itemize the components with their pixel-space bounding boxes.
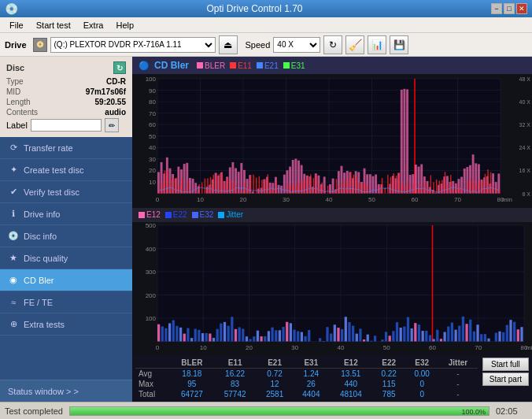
disc-label-row: Label ✏ <box>6 118 126 132</box>
nav-drive-info[interactable]: ℹ Drive info <box>0 203 132 225</box>
menu-extra[interactable]: Extra <box>77 19 110 32</box>
clear-button[interactable]: 🧹 <box>345 35 364 54</box>
svg-rect-231 <box>336 179 337 193</box>
export-button[interactable]: 📊 <box>368 35 386 54</box>
menu-file[interactable]: File <box>3 19 30 32</box>
svg-text:30: 30 <box>283 196 290 203</box>
svg-text:min: min <box>502 196 512 203</box>
svg-rect-399 <box>440 339 442 341</box>
svg-rect-354 <box>275 330 277 341</box>
nav-disc-info[interactable]: 💿 Disc info <box>0 225 132 247</box>
svg-rect-388 <box>400 328 402 341</box>
svg-rect-239 <box>359 183 360 193</box>
minimize-button[interactable]: − <box>491 3 502 14</box>
right-content: 🔵 CD Bler BLER E11 E21 E31 1009080706050… <box>132 57 532 402</box>
stats-max-jitter: - <box>438 379 478 389</box>
svg-rect-384 <box>385 332 387 341</box>
nav-drive-info-label: Drive info <box>24 210 60 219</box>
nav-create-test-disc[interactable]: ✦ Create test disc <box>0 159 132 181</box>
svg-rect-415 <box>498 331 501 341</box>
svg-rect-419 <box>513 321 515 341</box>
svg-rect-417 <box>506 324 508 341</box>
svg-rect-232 <box>338 185 339 193</box>
svg-rect-247 <box>382 178 382 193</box>
stats-total-bler: 64727 <box>171 389 214 399</box>
speed-label: Speed <box>246 40 271 50</box>
menu-help[interactable]: Help <box>109 19 140 32</box>
maximize-button[interactable]: □ <box>504 3 515 14</box>
nav-verify-test-disc[interactable]: ✔ Verify test disc <box>0 181 132 203</box>
svg-rect-219 <box>301 180 302 194</box>
svg-rect-349 <box>257 330 259 341</box>
drive-select[interactable]: (Q:) PLEXTOR DVDR PX-716A 1.11 <box>50 37 216 53</box>
start-part-button[interactable]: Start part <box>482 373 529 386</box>
svg-rect-288 <box>499 189 500 194</box>
svg-rect-396 <box>429 335 431 341</box>
stats-total-e32: 0 <box>405 389 438 399</box>
disc-label-input[interactable] <box>31 119 102 132</box>
svg-rect-394 <box>422 331 424 341</box>
nav-extra-tests[interactable]: ⊕ Extra tests <box>0 313 132 336</box>
status-text: Test completed <box>5 406 63 416</box>
svg-rect-380 <box>370 340 372 341</box>
legend-bler: BLER <box>197 61 225 70</box>
svg-rect-390 <box>407 317 409 341</box>
svg-rect-402 <box>451 322 453 341</box>
svg-text:100: 100 <box>146 315 157 322</box>
svg-rect-172 <box>167 170 168 193</box>
nav-fe-te[interactable]: ≈ FE / TE <box>0 291 132 313</box>
legend-bler-label: BLER <box>205 61 225 70</box>
nav-transfer-rate[interactable]: ⟳ Transfer rate <box>0 137 132 159</box>
svg-rect-330 <box>187 328 189 341</box>
svg-rect-200 <box>247 187 248 193</box>
stats-col-empty <box>135 358 171 369</box>
legend-e31: E31 <box>283 61 305 70</box>
svg-rect-343 <box>235 328 237 341</box>
stats-avg-bler: 18.18 <box>171 369 214 380</box>
drive-info-icon: ℹ <box>8 209 19 220</box>
svg-text:30: 30 <box>291 343 298 350</box>
svg-text:10: 10 <box>200 343 207 350</box>
stats-max-e22: 115 <box>372 379 405 389</box>
refresh-button[interactable]: ↻ <box>323 35 342 54</box>
svg-rect-381 <box>374 336 376 341</box>
stats-col-e22: E22 <box>372 358 405 369</box>
svg-rect-383 <box>381 339 383 341</box>
disc-type-label: Type <box>6 77 24 86</box>
stats-avg-e21: 0.72 <box>257 369 293 380</box>
svg-rect-412 <box>487 338 490 341</box>
svg-text:100: 100 <box>146 76 157 83</box>
svg-rect-185 <box>205 179 205 194</box>
svg-rect-369 <box>330 333 332 341</box>
nav-cd-bler[interactable]: ◉ CD Bler <box>0 269 132 291</box>
disc-refresh-button[interactable]: ↻ <box>113 61 126 74</box>
nav-disc-quality[interactable]: ★ Disc quality <box>0 247 132 269</box>
svg-text:70: 70 <box>475 343 482 350</box>
svg-rect-378 <box>363 339 365 341</box>
stats-max-bler: 95 <box>171 379 214 389</box>
disc-label-edit-button[interactable]: ✏ <box>105 118 119 132</box>
svg-rect-218 <box>298 184 299 193</box>
svg-rect-386 <box>392 331 394 341</box>
transfer-rate-icon: ⟳ <box>8 143 19 154</box>
svg-rect-267 <box>439 180 440 193</box>
svg-text:400: 400 <box>146 245 157 252</box>
menu-start-test[interactable]: Start test <box>30 19 77 32</box>
verify-test-disc-icon: ✔ <box>8 187 19 198</box>
status-window-button[interactable]: Status window > > <box>0 380 132 402</box>
stats-max-row: Max 95 83 12 26 440 115 0 - <box>135 379 478 389</box>
svg-rect-187 <box>210 177 211 194</box>
svg-rect-326 <box>172 320 175 341</box>
svg-text:0: 0 <box>156 343 160 350</box>
start-full-button[interactable]: Start full <box>482 358 529 371</box>
stats-total-e21: 2581 <box>257 389 293 399</box>
close-button[interactable]: ✕ <box>516 3 527 14</box>
eject-button[interactable]: ⏏ <box>219 35 238 54</box>
speed-select[interactable]: 40 X <box>273 37 320 53</box>
stats-avg-e11: 16.22 <box>213 369 257 380</box>
svg-text:20: 20 <box>246 343 253 350</box>
disc-label-label: Label <box>6 121 28 130</box>
save-button[interactable]: 💾 <box>390 35 408 54</box>
svg-rect-135 <box>403 89 405 194</box>
svg-rect-249 <box>387 175 388 194</box>
